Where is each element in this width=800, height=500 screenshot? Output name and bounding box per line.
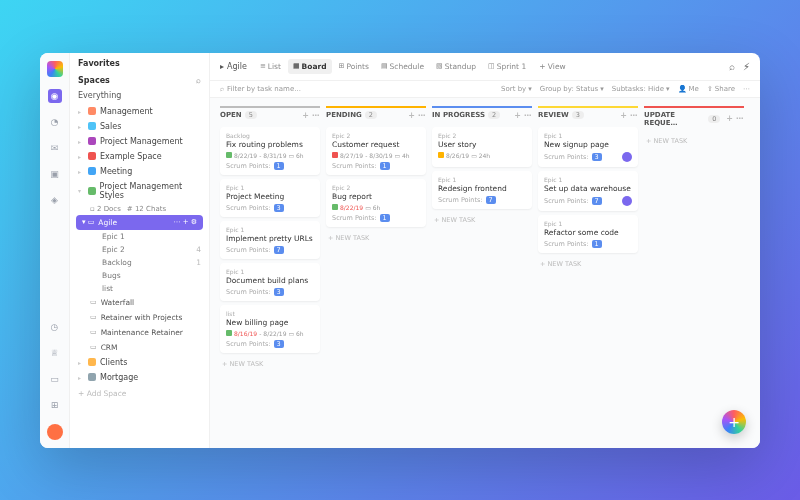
rail-docs-icon[interactable]: ▣ [48, 167, 62, 181]
new-task-button[interactable]: + NEW TASK [432, 213, 532, 227]
column-more-icon[interactable]: ⋯ [630, 111, 638, 120]
column-header: IN PROGRESS2+⋯ [432, 106, 532, 123]
filter-icon: ⌕ [220, 85, 224, 93]
folder-item[interactable]: ▭Maintenance Retainer [70, 325, 209, 340]
board-area: OPEN5+⋯BacklogFix routing problems8/22/1… [210, 98, 760, 448]
add-space-button[interactable]: + Add Space [70, 385, 209, 402]
task-card[interactable]: BacklogFix routing problems8/22/19 - 8/3… [220, 127, 320, 175]
task-card[interactable]: Epic 2User story8/26/19 ▭ 24h [432, 127, 532, 167]
create-fab[interactable]: + [722, 410, 746, 434]
rail-trophy-icon[interactable]: ♕ [48, 346, 62, 360]
task-card[interactable]: listNew billing page8/16/19 - 8/22/19 ▭ … [220, 305, 320, 353]
task-card[interactable]: Epic 1Redesign frontendScrum Points:7 [432, 171, 532, 209]
folder-item[interactable]: ▭CRM [70, 340, 209, 355]
nav-rail: ◉ ◔ ✉ ▣ ◈ ◷ ♕ ▭ ⊞ [40, 53, 70, 448]
column-more-icon[interactable]: ⋯ [418, 111, 426, 120]
top-bar: ▸ Agile ≡List▦Board⊞Points▤Schedule▧Stan… [210, 53, 760, 81]
board-column: REVIEW3+⋯Epic 1New signup pageScrum Poin… [538, 106, 638, 440]
list-item[interactable]: Epic 24 [70, 243, 209, 256]
list-item[interactable]: Backlog1 [70, 256, 209, 269]
list-item[interactable]: list [70, 282, 209, 295]
column-more-icon[interactable]: ⋯ [524, 111, 532, 120]
space-item[interactable]: ▸Meeting [70, 164, 209, 179]
rail-goals-icon[interactable]: ◈ [48, 193, 62, 207]
space-item[interactable]: ▸Mortgage [70, 370, 209, 385]
rail-time-icon[interactable]: ◷ [48, 320, 62, 334]
list-item[interactable]: Epic 1 [70, 230, 209, 243]
favorites-header[interactable]: Favorites [70, 53, 209, 70]
folder-item[interactable]: ▭Retainer with Projects [70, 310, 209, 325]
filter-bar: ⌕Filter by task name... Sort by ▾ Group … [210, 81, 760, 98]
new-task-button[interactable]: + NEW TASK [326, 231, 426, 245]
board-column: OPEN5+⋯BacklogFix routing problems8/22/1… [220, 106, 320, 440]
rail-home-icon[interactable]: ◉ [48, 89, 62, 103]
me-button[interactable]: 👤 Me [678, 85, 699, 93]
task-card[interactable]: Epic 1Document build plansScrum Points:3 [220, 263, 320, 301]
space-item[interactable]: ▸Project Management [70, 134, 209, 149]
space-item[interactable]: ▸Management [70, 104, 209, 119]
folder-item[interactable]: ▭Waterfall [70, 295, 209, 310]
search-icon[interactable]: ⌕ [729, 61, 735, 72]
new-task-button[interactable]: + NEW TASK [538, 257, 638, 271]
app-logo[interactable] [47, 61, 63, 77]
task-card[interactable]: Epic 1Project MeetingScrum Points:3 [220, 179, 320, 217]
task-card[interactable]: Epic 2Customer request8/27/19 - 8/30/19 … [326, 127, 426, 175]
user-avatar[interactable] [47, 424, 63, 440]
view-tab[interactable]: ⊞Points [334, 59, 374, 74]
group-button[interactable]: Group by: Status ▾ [540, 85, 604, 93]
view-tab[interactable]: ◫Sprint 1 [483, 59, 531, 74]
board-column: UPDATE REQUE…0+⋯+ NEW TASK [644, 106, 744, 440]
space-item[interactable]: ▾Project Management Styles [70, 179, 209, 203]
share-button[interactable]: ⇪ Share [707, 85, 735, 93]
board-column: IN PROGRESS2+⋯Epic 2User story8/26/19 ▭ … [432, 106, 532, 440]
task-card[interactable]: Epic 1Implement pretty URLsScrum Points:… [220, 221, 320, 259]
add-view-button[interactable]: + View [539, 62, 565, 71]
view-tab[interactable]: ▦Board [288, 59, 332, 74]
view-tab[interactable]: ≡List [255, 59, 286, 74]
new-task-button[interactable]: + NEW TASK [220, 357, 320, 371]
task-card[interactable]: Epic 1Refactor some codeScrum Points:1 [538, 215, 638, 253]
assignee-avatar[interactable] [622, 152, 632, 162]
task-card[interactable]: Epic 1New signup pageScrum Points:3 [538, 127, 638, 167]
column-header: REVIEW3+⋯ [538, 106, 638, 123]
board-column: PENDING2+⋯Epic 2Customer request8/27/19 … [326, 106, 426, 440]
column-add-icon[interactable]: + [408, 111, 415, 120]
column-add-icon[interactable]: + [302, 111, 309, 120]
rail-inbox-icon[interactable]: ✉ [48, 141, 62, 155]
everything-link[interactable]: Everything [70, 87, 209, 104]
space-item[interactable]: ▸Clients [70, 355, 209, 370]
column-add-icon[interactable]: + [514, 111, 521, 120]
space-item[interactable]: ▸Example Space [70, 149, 209, 164]
automations-icon[interactable]: ⚡ [743, 61, 750, 72]
column-more-icon[interactable]: ⋯ [736, 114, 744, 123]
subtasks-button[interactable]: Subtasks: Hide ▾ [612, 85, 670, 93]
more-icon[interactable]: ⋯ [743, 85, 750, 93]
spaces-header[interactable]: Spaces⌕ [70, 70, 209, 87]
rail-notif-icon[interactable]: ◔ [48, 115, 62, 129]
rail-help-icon[interactable]: ▭ [48, 372, 62, 386]
column-more-icon[interactable]: ⋯ [312, 111, 320, 120]
rail-apps-icon[interactable]: ⊞ [48, 398, 62, 412]
column-header: PENDING2+⋯ [326, 106, 426, 123]
new-task-button[interactable]: + NEW TASK [644, 134, 744, 148]
sidebar: Favorites Spaces⌕ Everything ▸Management… [70, 53, 210, 448]
sort-button[interactable]: Sort by ▾ [501, 85, 532, 93]
space-item[interactable]: ▸Sales [70, 119, 209, 134]
column-add-icon[interactable]: + [620, 111, 627, 120]
assignee-avatar[interactable] [622, 196, 632, 206]
task-card[interactable]: Epic 2Bug report8/22/19 ▭ 6hScrum Points… [326, 179, 426, 227]
breadcrumb[interactable]: ▸ Agile [220, 62, 247, 71]
view-tab[interactable]: ▤Schedule [376, 59, 429, 74]
list-item[interactable]: Bugs [70, 269, 209, 282]
view-tab[interactable]: ▧Standup [431, 59, 481, 74]
folder-agile[interactable]: ▾ ▭Agile⋯ + ⚙ [76, 215, 203, 230]
filter-input[interactable]: Filter by task name... [227, 85, 301, 93]
column-header: UPDATE REQUE…0+⋯ [644, 106, 744, 130]
column-add-icon[interactable]: + [726, 114, 733, 123]
task-card[interactable]: Epic 1Set up data warehouseScrum Points:… [538, 171, 638, 211]
column-header: OPEN5+⋯ [220, 106, 320, 123]
search-icon[interactable]: ⌕ [196, 76, 201, 85]
